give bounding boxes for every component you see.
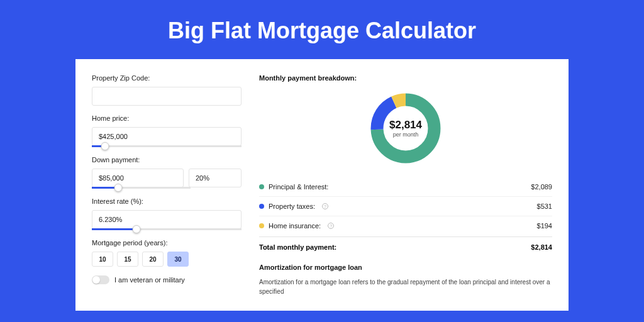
legend-label: Home insurance: (269, 222, 321, 230)
home-price-slider[interactable] (92, 145, 242, 147)
interest-rate-slider[interactable] (92, 228, 242, 230)
calculator-card: Property Zip Code: Home price: Down paym… (75, 59, 569, 311)
interest-rate-label: Interest rate (%): (92, 197, 242, 205)
legend-label: Principal & Interest: (269, 183, 328, 191)
page-title: Big Flat Mortgage Calculator (0, 0, 644, 59)
period-btn-20[interactable]: 20 (142, 252, 164, 267)
veteran-label: I am veteran or military (114, 276, 185, 284)
zip-label: Property Zip Code: (92, 74, 242, 82)
interest-rate-slider-thumb[interactable] (133, 225, 141, 233)
interest-rate-field: Interest rate (%): (92, 197, 242, 230)
legend-value: $531 (537, 203, 552, 210)
donut-center-label: per month (393, 131, 419, 138)
down-payment-label: Down payment: (92, 156, 242, 164)
payment-donut-chart: $2,814 per month (368, 91, 443, 166)
legend-dot-icon (259, 223, 264, 228)
amortization-title: Amortization for mortgage loan (259, 264, 552, 271)
period-btn-10[interactable]: 10 (92, 252, 113, 267)
zip-input[interactable] (92, 87, 242, 106)
veteran-toggle[interactable] (92, 275, 109, 284)
down-payment-slider-thumb[interactable] (114, 184, 123, 192)
home-price-input[interactable] (92, 127, 242, 146)
help-icon[interactable]: ? (328, 223, 334, 229)
legend-row: Home insurance:?$194 (259, 216, 552, 235)
period-btn-30[interactable]: 30 (167, 252, 189, 267)
home-price-label: Home price: (92, 114, 242, 122)
inputs-panel: Property Zip Code: Home price: Down paym… (92, 74, 242, 296)
down-payment-input[interactable] (92, 169, 184, 187)
toggle-knob (92, 276, 100, 284)
amortization-text: Amortization for a mortgage loan refers … (259, 277, 552, 296)
donut-center-value: $2,814 (389, 119, 422, 131)
period-label: Mortgage period (years): (92, 239, 242, 247)
legend-value: $2,089 (531, 183, 552, 191)
period-field: Mortgage period (years): 10152030 (92, 239, 242, 267)
legend-row: Principal & Interest:$2,089 (259, 177, 552, 196)
period-btn-15[interactable]: 15 (117, 252, 138, 267)
down-payment-pct-input[interactable] (189, 169, 242, 187)
zip-field: Property Zip Code: (92, 74, 242, 106)
total-value: $2,814 (531, 243, 552, 251)
legend-label: Property taxes: (269, 203, 315, 210)
interest-rate-input[interactable] (92, 210, 242, 229)
legend-value: $194 (537, 222, 552, 230)
down-payment-field: Down payment: (92, 156, 242, 189)
help-icon[interactable]: ? (322, 203, 328, 209)
legend-dot-icon (259, 204, 264, 209)
total-label: Total monthly payment: (259, 243, 336, 251)
breakdown-title: Monthly payment breakdown: (259, 74, 552, 82)
breakdown-panel: Monthly payment breakdown: $2,814 per mo… (259, 74, 552, 296)
legend-row: Property taxes:?$531 (259, 196, 552, 216)
home-price-field: Home price: (92, 114, 242, 147)
legend-dot-icon (259, 184, 264, 189)
home-price-slider-thumb[interactable] (101, 142, 109, 150)
down-payment-slider[interactable] (92, 187, 191, 189)
